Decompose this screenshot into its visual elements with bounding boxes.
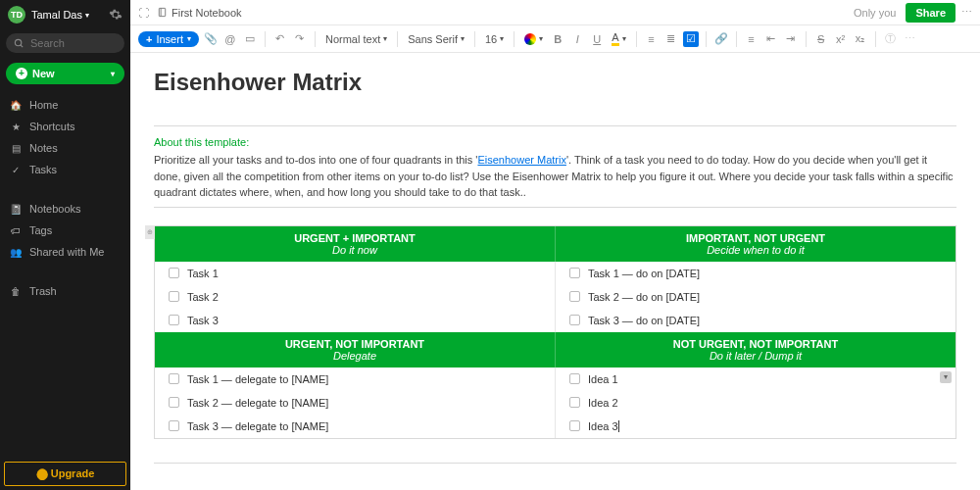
divider xyxy=(154,207,956,208)
sidebar-item-shortcuts[interactable]: ★Shortcuts xyxy=(0,116,130,137)
eisenhower-link[interactable]: Eisenhower Matrix xyxy=(477,154,565,166)
outdent-icon[interactable]: ⇤ xyxy=(763,31,779,47)
cell-handle-icon[interactable]: ▾ xyxy=(940,371,952,383)
italic-icon[interactable]: I xyxy=(569,31,585,47)
task-text: Task 1 — delegate to [NAME] xyxy=(187,373,328,385)
search-icon xyxy=(14,38,24,49)
sidebar-item-tags[interactable]: 🏷Tags xyxy=(0,220,130,241)
checkbox[interactable] xyxy=(569,373,580,384)
undo-icon[interactable]: ↶ xyxy=(272,31,288,47)
table-handle-icon[interactable]: ⊕ xyxy=(145,225,155,239)
task-row[interactable]: Task 2 xyxy=(155,285,555,309)
clear-format-icon[interactable]: Ⓣ xyxy=(883,31,899,47)
checkbox[interactable] xyxy=(169,373,179,384)
task-row[interactable]: Task 1 — do on [DATE] xyxy=(556,262,956,285)
notebook-breadcrumb[interactable]: First Notebook xyxy=(157,7,242,19)
search-input[interactable] xyxy=(6,33,124,53)
insert-button[interactable]: +Insert ▾ xyxy=(138,31,199,47)
quadrant-cell-q2[interactable]: Task 1 — do on [DATE]Task 2 — do on [DAT… xyxy=(556,262,956,332)
task-text: Task 1 — do on [DATE] xyxy=(588,268,700,279)
task-text: Idea 2 xyxy=(588,397,618,409)
plus-icon: + xyxy=(146,33,152,45)
strikethrough-icon[interactable]: S xyxy=(813,31,829,47)
check-icon: ✓ xyxy=(10,165,22,175)
sidebar-item-trash[interactable]: 🗑Trash xyxy=(0,280,130,302)
task-row[interactable]: Idea 2 xyxy=(556,391,956,415)
sidebar-item-shared-with-me[interactable]: 👥Shared with Me xyxy=(0,241,130,263)
task-text: Idea 3 xyxy=(588,420,619,432)
more-format-icon[interactable]: ⋯ xyxy=(903,31,918,47)
indent-icon[interactable]: ⇥ xyxy=(783,31,799,47)
quadrant-cell-q1[interactable]: Task 1Task 2Task 3 xyxy=(155,262,556,332)
task-row[interactable]: Task 3 — do on [DATE] xyxy=(556,309,956,332)
underline-icon[interactable]: U xyxy=(589,31,605,47)
sidebar-item-notebooks[interactable]: 📓Notebooks xyxy=(0,198,130,220)
task-row[interactable]: Task 2 — do on [DATE] xyxy=(556,285,956,309)
paragraph-style-select[interactable]: Normal text▾ xyxy=(322,33,390,45)
about-heading: About this template: xyxy=(154,136,956,148)
task-row[interactable]: Task 1 — delegate to [NAME] xyxy=(155,368,555,391)
font-select[interactable]: Sans Serif▾ xyxy=(405,33,467,45)
plus-icon: + xyxy=(16,68,27,79)
avatar[interactable]: TD xyxy=(8,6,25,24)
svg-line-1 xyxy=(21,44,23,46)
superscript-icon[interactable]: x² xyxy=(833,31,849,47)
upgrade-button[interactable]: ⬤ Upgrade xyxy=(4,462,126,486)
checkbox[interactable] xyxy=(569,397,580,408)
task-row[interactable]: Idea 3 xyxy=(556,415,956,438)
quadrant-cell-q3[interactable]: Task 1 — delegate to [NAME]Task 2 — dele… xyxy=(155,368,556,438)
gear-icon[interactable] xyxy=(109,8,122,22)
align-left-icon[interactable]: ≡ xyxy=(744,31,760,47)
attach-icon[interactable]: 📎 xyxy=(203,31,219,47)
sidebar-item-home[interactable]: 🏠Home xyxy=(0,94,130,116)
checkbox[interactable] xyxy=(569,268,580,278)
quadrant-header-q4: NOT URGENT, NOT IMPORTANTDo it later / D… xyxy=(556,332,956,368)
bullet-list-icon[interactable]: ≡ xyxy=(644,31,660,47)
checkbox[interactable] xyxy=(169,291,179,302)
task-row[interactable]: Idea 1 xyxy=(556,368,956,391)
sidebar-item-notes[interactable]: ▤Notes xyxy=(0,137,130,159)
checkbox[interactable] xyxy=(569,315,580,325)
task-text: Task 2 — do on [DATE] xyxy=(588,291,700,303)
note-title[interactable]: Eisenhower Matrix xyxy=(154,69,956,96)
bold-icon[interactable]: B xyxy=(550,31,565,47)
task-row[interactable]: Task 2 — delegate to [NAME] xyxy=(155,391,555,415)
quadrant-cell-q4[interactable]: ▾ Idea 1Idea 2Idea 3 xyxy=(556,368,956,438)
task-row[interactable]: Task 3 xyxy=(155,309,555,332)
checkbox[interactable] xyxy=(169,397,179,408)
link-icon[interactable]: 🔗 xyxy=(713,31,729,47)
eisenhower-table[interactable]: ⊕ URGENT + IMPORTANTDo it now IMPORTANT,… xyxy=(154,225,956,439)
checkbox[interactable] xyxy=(569,420,580,431)
star-icon: ★ xyxy=(10,122,22,132)
tag-icon: 🏷 xyxy=(10,225,22,236)
expand-icon[interactable]: ⛶ xyxy=(138,7,149,19)
chevron-down-icon: ▾ xyxy=(111,70,115,78)
redo-icon[interactable]: ↷ xyxy=(292,31,308,47)
checkbox[interactable] xyxy=(569,291,580,302)
more-icon[interactable]: ⋯ xyxy=(961,6,972,19)
task-row[interactable]: Task 3 — delegate to [NAME] xyxy=(155,415,555,438)
checkbox[interactable] xyxy=(169,268,179,278)
task-text: Task 3 xyxy=(187,315,219,326)
numbered-list-icon[interactable]: ≣ xyxy=(663,31,679,47)
about-description: Prioritize all your tasks and to-dos int… xyxy=(154,152,956,201)
text-color-picker[interactable]: ▾ xyxy=(521,33,546,45)
user-menu[interactable]: Tamal Das▾ xyxy=(31,9,103,21)
svg-point-0 xyxy=(15,39,21,45)
calendar-icon[interactable]: ▭ xyxy=(242,31,258,47)
font-size-select[interactable]: 16▾ xyxy=(482,33,507,45)
quadrant-header-q1: URGENT + IMPORTANTDo it now xyxy=(155,226,556,262)
subscript-icon[interactable]: x₂ xyxy=(853,31,868,47)
task-row[interactable]: Task 1 xyxy=(155,262,555,285)
color-wheel-icon xyxy=(524,33,536,45)
checklist-icon[interactable]: ☑ xyxy=(683,31,699,47)
checkbox[interactable] xyxy=(169,420,179,431)
checkbox[interactable] xyxy=(169,315,179,325)
share-button[interactable]: Share xyxy=(906,3,956,23)
highlight-picker[interactable]: A▾ xyxy=(609,31,628,46)
at-icon[interactable]: @ xyxy=(222,31,238,47)
sidebar-item-tasks[interactable]: ✓Tasks xyxy=(0,159,130,180)
editor[interactable]: Eisenhower Matrix About this template: P… xyxy=(130,53,980,490)
new-button[interactable]: + New ▾ xyxy=(6,63,124,84)
task-text: Task 3 — do on [DATE] xyxy=(588,315,700,326)
